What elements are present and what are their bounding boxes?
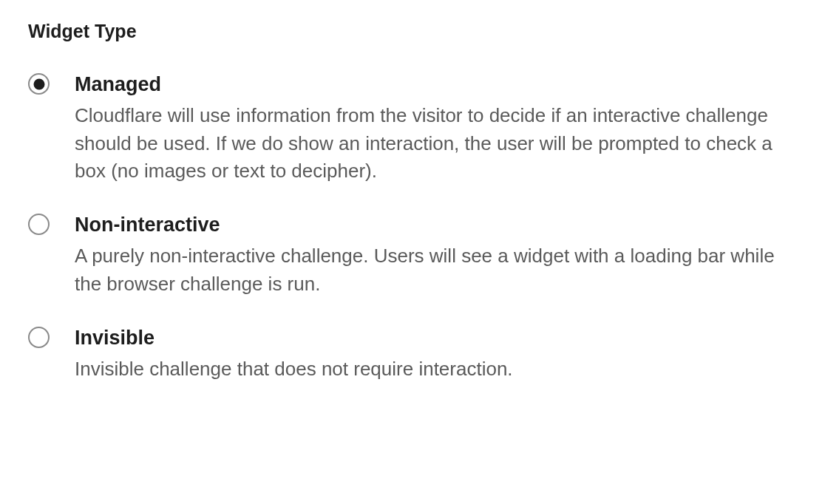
radio-description: Cloudflare will use information from the…: [75, 102, 784, 185]
radio-circle-icon: [28, 327, 50, 348]
radio-content: Non-interactive A purely non-interactive…: [75, 212, 797, 298]
radio-circle-icon: [28, 214, 50, 235]
radio-option-managed[interactable]: Managed Cloudflare will use information …: [28, 72, 797, 185]
radio-circle-icon: [28, 73, 50, 95]
radio-content: Invisible Invisible challenge that does …: [75, 325, 797, 384]
radio-option-non-interactive[interactable]: Non-interactive A purely non-interactive…: [28, 212, 797, 298]
radio-label: Non-interactive: [75, 212, 797, 238]
radio-label: Managed: [75, 72, 797, 98]
radio-description: Invisible challenge that does not requir…: [75, 355, 784, 384]
radio-option-invisible[interactable]: Invisible Invisible challenge that does …: [28, 325, 797, 384]
section-heading-widget-type: Widget Type: [28, 21, 797, 42]
widget-type-radio-group: Managed Cloudflare will use information …: [28, 72, 797, 383]
radio-label: Invisible: [75, 325, 797, 351]
radio-description: A purely non-interactive challenge. User…: [75, 242, 784, 298]
radio-content: Managed Cloudflare will use information …: [75, 72, 797, 185]
